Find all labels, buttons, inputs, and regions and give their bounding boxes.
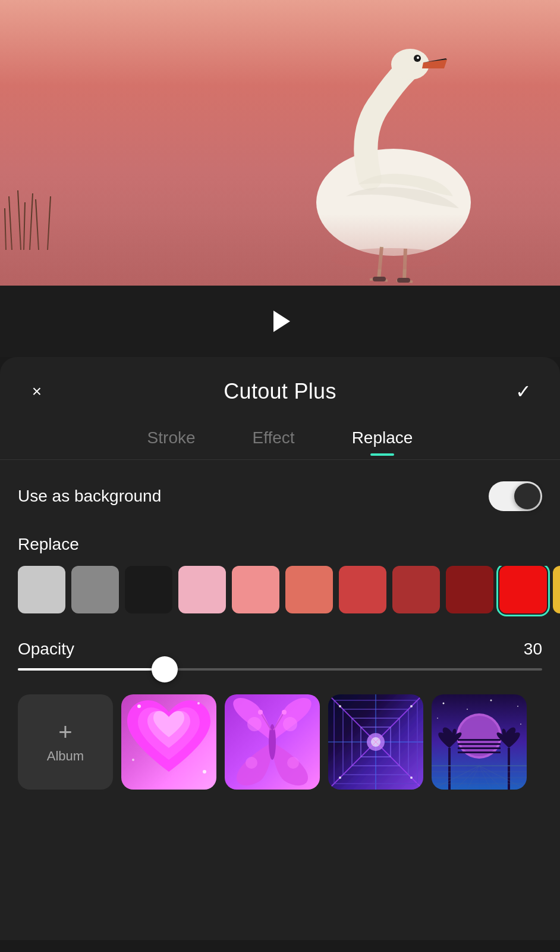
toggle-knob [514,483,540,509]
svg-rect-53 [458,747,501,749]
color-swatch-mid-gray[interactable] [71,566,119,613]
svg-point-24 [282,710,287,715]
opacity-value: 30 [524,640,542,659]
color-swatch-black[interactable] [125,566,172,613]
sheet-title: Cutout Plus [224,379,336,404]
presets-row: + Album [0,694,560,801]
tab-effect[interactable]: Effect [248,421,300,455]
svg-point-50 [459,716,499,756]
preset-neon-tunnel[interactable] [328,694,423,790]
svg-point-16 [137,704,141,708]
svg-point-20 [269,724,276,760]
sheet-header: × Cutout Plus ✓ [0,357,560,421]
svg-point-25 [247,717,262,731]
album-label: Album [47,749,84,764]
color-swatch-dark-red[interactable] [392,566,440,613]
color-swatch-bright-red[interactable] [499,566,547,613]
color-swatch-light-gray[interactable] [18,566,65,613]
album-plus-icon: + [58,720,72,744]
svg-point-69 [490,700,492,702]
color-swatch-pink[interactable] [232,566,279,613]
svg-point-19 [132,759,134,761]
svg-point-26 [283,717,297,731]
color-swatch-crimson[interactable] [446,566,493,613]
water-reflection [0,214,560,286]
svg-point-27 [246,757,257,769]
bottom-sheet: × Cutout Plus ✓ Stroke Effect Replace Us… [0,357,560,940]
opacity-label: Opacity [18,640,74,659]
tab-replace[interactable]: Replace [347,421,418,455]
play-button[interactable] [265,306,295,336]
color-swatches [0,566,560,618]
opacity-slider-track[interactable] [18,668,542,671]
preset-vaporwave[interactable] [432,694,527,790]
svg-point-18 [203,770,206,774]
opacity-slider-fill [18,668,165,671]
svg-point-46 [410,705,413,707]
video-preview [0,0,560,286]
svg-rect-52 [458,743,501,745]
svg-point-48 [410,776,413,779]
svg-rect-51 [458,739,501,741]
preset-butterfly[interactable] [225,694,320,790]
background-row: Use as background [18,481,542,511]
color-swatch-coral-red[interactable] [339,566,386,613]
color-swatch-light-pink[interactable] [178,566,226,613]
tab-stroke[interactable]: Stroke [143,421,200,455]
play-icon [273,311,290,332]
album-button[interactable]: + Album [18,694,113,790]
svg-rect-54 [458,751,501,753]
color-swatch-salmon[interactable] [285,566,333,613]
opacity-row: Opacity 30 [18,640,542,659]
close-button[interactable]: × [24,378,50,405]
svg-point-71 [437,718,438,719]
replace-section-label: Replace [18,535,542,554]
svg-point-10 [417,57,419,59]
svg-point-17 [197,702,200,704]
svg-point-47 [339,776,341,779]
opacity-slider-thumb[interactable] [152,656,178,682]
svg-point-28 [287,757,299,769]
tab-bar: Stroke Effect Replace [0,421,560,460]
color-swatch-golden[interactable] [553,566,560,613]
background-toggle[interactable] [489,481,542,511]
confirm-button[interactable]: ✓ [510,378,536,405]
content-area: Use as background Replace Opacity 30 + A [0,460,560,801]
preset-hearts[interactable] [121,694,216,790]
svg-point-68 [467,709,468,710]
svg-point-70 [517,706,518,707]
playback-area [0,286,560,357]
svg-point-23 [258,710,263,715]
svg-point-67 [443,703,445,704]
svg-point-72 [520,724,521,725]
svg-point-45 [339,705,341,707]
background-label: Use as background [18,487,161,506]
